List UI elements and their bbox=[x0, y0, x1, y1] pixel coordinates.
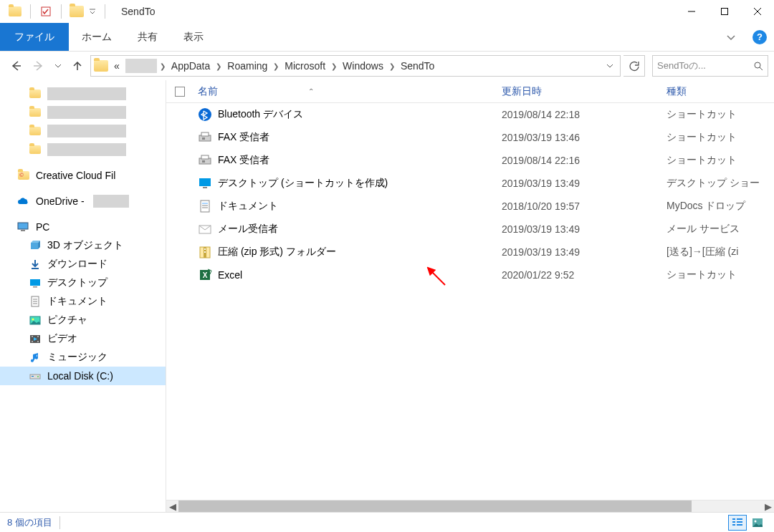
crumb-windows[interactable]: Windows bbox=[338, 56, 388, 76]
sidebar-quick-item[interactable] bbox=[0, 103, 166, 122]
navigation-bar: « ❯ AppData ❯ Roaming ❯ Microsoft ❯ Wind… bbox=[0, 52, 774, 80]
crumb-roaming[interactable]: Roaming bbox=[223, 56, 272, 76]
file-row[interactable]: 圧縮 (zip 形式) フォルダー2019/03/19 13:49[送る]→[圧… bbox=[166, 241, 774, 263]
zip-icon bbox=[198, 245, 212, 259]
svg-rect-3 bbox=[722, 9, 728, 15]
file-type: ショートカット bbox=[666, 108, 774, 121]
sidebar-item-desktop[interactable]: デスクトップ bbox=[0, 274, 166, 292]
svg-rect-13 bbox=[33, 286, 37, 288]
sidebar-item-music[interactable]: ミュージック bbox=[0, 348, 166, 367]
file-date: 2019/03/19 13:49 bbox=[502, 246, 666, 258]
sidebar-item-documents[interactable]: ドキュメント bbox=[0, 292, 166, 311]
view-details-button[interactable] bbox=[728, 515, 747, 531]
file-row[interactable]: ドキュメント2018/10/20 19:57MyDocs ドロップ bbox=[166, 195, 774, 218]
file-row[interactable]: Bluetooth デバイス2019/08/14 22:18ショートカット bbox=[166, 103, 774, 126]
scroll-right-icon[interactable]: ▶ bbox=[762, 500, 774, 513]
file-row[interactable]: FAX 受信者2019/03/19 13:46ショートカット bbox=[166, 126, 774, 149]
qat-folder-icon[interactable] bbox=[69, 4, 85, 19]
file-name: メール受信者 bbox=[218, 223, 278, 236]
svg-rect-12 bbox=[30, 279, 40, 286]
maximize-button[interactable] bbox=[708, 0, 741, 23]
sidebar-item-label: Creative Cloud Fil bbox=[36, 170, 115, 181]
horizontal-scrollbar[interactable]: ◀ ▶ bbox=[166, 500, 774, 512]
file-rows: Bluetooth デバイス2019/08/14 22:18ショートカットFAX… bbox=[166, 103, 774, 500]
svg-rect-23 bbox=[37, 336, 39, 337]
minimize-button[interactable] bbox=[675, 0, 708, 23]
crumb-sep-icon[interactable]: ❯ bbox=[214, 62, 223, 70]
app-folder-icon bbox=[7, 4, 23, 19]
file-row[interactable]: FAX 受信者2019/08/14 22:16ショートカット bbox=[166, 149, 774, 172]
sidebar-item-pictures[interactable]: ピクチャ bbox=[0, 311, 166, 329]
ribbon-expand-icon[interactable] bbox=[717, 23, 745, 51]
scroll-left-icon[interactable]: ◀ bbox=[166, 500, 178, 513]
ribbon-tab-view[interactable]: 表示 bbox=[171, 23, 216, 51]
file-row[interactable]: XExcel2020/01/22 9:52ショートカット bbox=[166, 263, 774, 286]
refresh-button[interactable] bbox=[624, 55, 645, 77]
forward-button[interactable] bbox=[29, 56, 49, 76]
crumb-sep-icon[interactable]: ❯ bbox=[330, 62, 338, 70]
svg-rect-10 bbox=[31, 243, 38, 249]
file-row[interactable]: メール受信者2019/03/19 13:49メール サービス bbox=[166, 218, 774, 241]
file-name: ドキュメント bbox=[218, 200, 278, 213]
svg-text:X: X bbox=[203, 271, 208, 279]
sidebar-item-label: デスクトップ bbox=[47, 276, 108, 289]
crumb-sep-icon[interactable]: ❯ bbox=[388, 62, 396, 70]
back-button[interactable] bbox=[6, 56, 26, 76]
ribbon-tab-home[interactable]: ホーム bbox=[69, 23, 125, 51]
column-name-header[interactable]: 名前⌃ bbox=[194, 85, 502, 98]
svg-rect-34 bbox=[202, 160, 205, 163]
address-dropdown-icon[interactable] bbox=[603, 62, 617, 69]
fax-icon bbox=[198, 153, 212, 168]
file-date: 2020/01/22 9:52 bbox=[502, 269, 666, 281]
item-count: 8 個の項目 bbox=[7, 516, 52, 529]
file-row[interactable]: デスクトップ (ショートカットを作成)2019/03/19 13:49デスクトッ… bbox=[166, 172, 774, 195]
mail-icon bbox=[198, 222, 212, 236]
sidebar-item-videos[interactable]: ビデオ bbox=[0, 329, 166, 348]
select-all-checkbox[interactable] bbox=[175, 87, 185, 97]
qat-dropdown-icon[interactable] bbox=[87, 4, 97, 19]
search-input[interactable]: SendToの... bbox=[652, 55, 768, 77]
file-type: [送る]→[圧縮 (zi bbox=[666, 246, 774, 258]
folder-icon bbox=[29, 87, 42, 100]
svg-rect-26 bbox=[32, 376, 34, 377]
ribbon-file-tab[interactable]: ファイル bbox=[0, 23, 69, 51]
up-button[interactable] bbox=[67, 56, 87, 76]
crumb-sep-icon[interactable]: ❯ bbox=[272, 62, 280, 70]
crumb-hidden-user[interactable] bbox=[125, 59, 157, 73]
crumb-overflow[interactable]: « bbox=[110, 56, 124, 76]
close-button[interactable] bbox=[741, 0, 774, 23]
crumb-sendto[interactable]: SendTo bbox=[396, 56, 439, 76]
drive-icon bbox=[29, 369, 42, 382]
address-bar[interactable]: « ❯ AppData ❯ Roaming ❯ Microsoft ❯ Wind… bbox=[90, 55, 621, 77]
crumb-microsoft[interactable]: Microsoft bbox=[280, 56, 330, 76]
sidebar-quick-item[interactable] bbox=[0, 84, 166, 103]
help-button[interactable]: ? bbox=[745, 23, 774, 51]
sidebar-item-label: 3D オブジェクト bbox=[47, 239, 123, 252]
column-type-header[interactable]: 種類 bbox=[666, 85, 774, 98]
fax-icon bbox=[198, 130, 212, 145]
column-date-header[interactable]: 更新日時 bbox=[502, 85, 666, 98]
file-type: ショートカット bbox=[666, 131, 774, 144]
recent-dropdown[interactable] bbox=[52, 56, 64, 76]
file-name: Bluetooth デバイス bbox=[218, 108, 303, 121]
sidebar-quick-item[interactable] bbox=[0, 140, 166, 159]
videos-icon bbox=[29, 332, 42, 345]
sidebar-item-downloads[interactable]: ダウンロード bbox=[0, 255, 166, 274]
file-type: ショートカット bbox=[666, 154, 774, 167]
crumb-appdata[interactable]: AppData bbox=[167, 56, 214, 76]
qat-properties-icon[interactable] bbox=[38, 4, 54, 19]
svg-rect-51 bbox=[732, 524, 735, 526]
sidebar-item-creative-cloud[interactable]: ©Creative Cloud Fil bbox=[0, 166, 166, 185]
sidebar-item-pc[interactable]: PC bbox=[0, 218, 166, 236]
sidebar-quick-item[interactable] bbox=[0, 122, 166, 140]
svg-rect-30 bbox=[201, 132, 209, 136]
view-large-icons-button[interactable] bbox=[748, 515, 767, 531]
sidebar-item-onedrive[interactable]: OneDrive - bbox=[0, 192, 166, 211]
navigation-pane[interactable]: ©Creative Cloud Fil OneDrive - PC 3D オブジ… bbox=[0, 80, 166, 512]
onedrive-icon bbox=[17, 195, 30, 208]
crumb-sep-icon[interactable]: ❯ bbox=[158, 62, 167, 70]
sidebar-item-3d-objects[interactable]: 3D オブジェクト bbox=[0, 236, 166, 255]
file-date: 2019/03/19 13:49 bbox=[502, 223, 666, 235]
sidebar-item-local-disk-c[interactable]: Local Disk (C:) bbox=[0, 367, 166, 385]
ribbon-tab-share[interactable]: 共有 bbox=[125, 23, 171, 51]
